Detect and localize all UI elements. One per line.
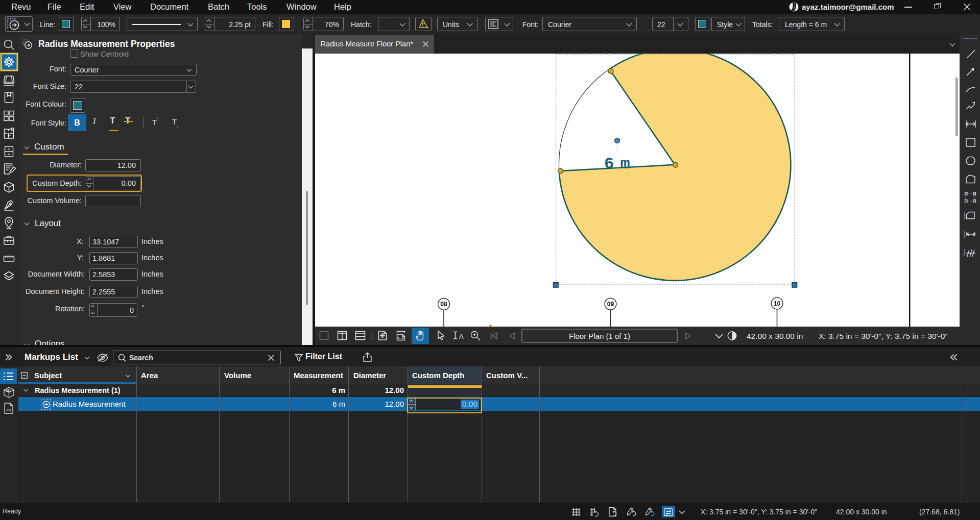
svg-text:42.00 x 30.00 in: 42.00 x 30.00 in	[747, 332, 803, 340]
svg-text:X: 3.75 in = 30'-0", Y: 3.75 i: X: 3.75 in = 30'-0", Y: 3.75 in = 30'-0"	[819, 332, 948, 340]
svg-text:JS: JS	[6, 408, 11, 412]
svg-text:Floor Plan (1 of 1): Floor Plan (1 of 1)	[569, 332, 630, 340]
svg-text:09: 09	[607, 301, 614, 308]
svg-text:3D: 3D	[6, 389, 11, 392]
svg-text:10: 10	[774, 300, 781, 307]
svg-text:A: A	[459, 333, 464, 340]
svg-text:m: m	[620, 155, 630, 174]
svg-text:6: 6	[604, 155, 614, 174]
svg-text:08: 08	[440, 301, 447, 308]
